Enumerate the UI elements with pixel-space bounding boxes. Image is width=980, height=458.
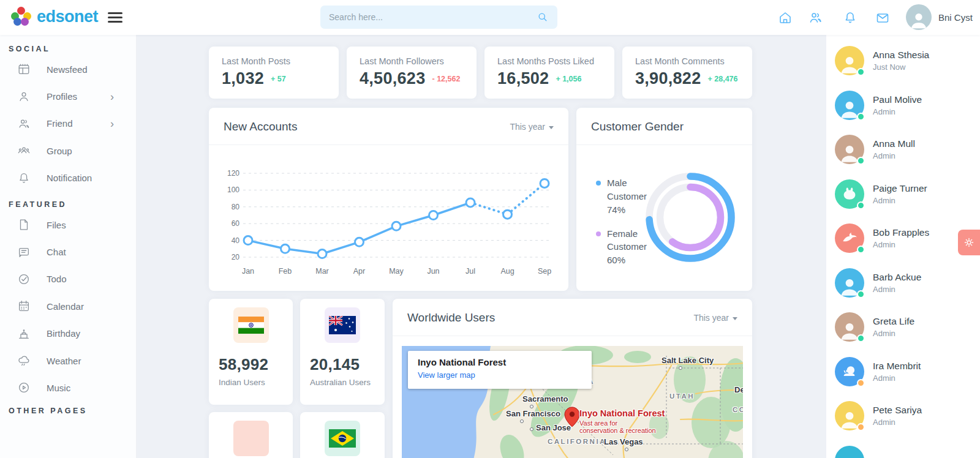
home-icon[interactable] <box>778 10 793 25</box>
contact-row-greta-life[interactable]: Greta Life Admin <box>826 305 980 350</box>
map-label-utah: UTAH <box>669 392 695 400</box>
map-marker-pin[interactable] <box>564 407 580 427</box>
map-city-dot <box>679 366 682 370</box>
cake-icon <box>17 327 31 340</box>
map-city-dot <box>530 427 533 431</box>
year-filter-dropdown[interactable]: This year <box>693 313 737 323</box>
search-input[interactable] <box>329 12 537 22</box>
contact-row-paige-turner[interactable]: Paige Turner Admin <box>826 172 980 217</box>
sidebar-item-music[interactable]: Music <box>0 374 136 401</box>
sidebar-item-chat[interactable]: Chat <box>0 238 136 265</box>
svg-text:Jul: Jul <box>466 267 475 276</box>
notifications-icon[interactable] <box>843 10 858 25</box>
contact-avatar <box>835 223 864 253</box>
menu-toggle-icon[interactable] <box>108 12 123 25</box>
svg-text:Sep: Sep <box>538 267 551 276</box>
contact-row-ira-membrit[interactable]: Ira Membrit Admin <box>826 350 980 394</box>
sidebar-item-label: Birthday <box>47 328 80 339</box>
contact-name: Ira Membrit <box>873 361 921 372</box>
contact-status: Admin <box>873 240 929 249</box>
contact-row-paul-molive[interactable]: Paul Molive Admin <box>826 83 980 128</box>
map-label-sacramento: Sacramento <box>522 394 568 404</box>
brazil-flag <box>329 429 356 448</box>
map-info-card: Inyo National Forest View larger map <box>408 351 592 389</box>
sidebar-item-group[interactable]: Group <box>0 137 136 164</box>
contact-row-anna-mull[interactable]: Anna Mull Admin <box>826 127 980 172</box>
svg-text:Apr: Apr <box>353 267 365 276</box>
stat-card-posts: Last Month Posts 1,032 + 57 <box>209 47 339 99</box>
status-dot <box>857 423 865 431</box>
cloud-lightning-icon <box>17 354 31 367</box>
sidebar-item-profiles[interactable]: Profiles › <box>0 83 136 110</box>
view-larger-map-link[interactable]: View larger map <box>418 370 475 380</box>
chevron-right-icon: › <box>110 118 114 129</box>
sidebar-item-birthday[interactable]: Birthday <box>0 320 136 347</box>
svg-text:Mar: Mar <box>315 267 329 276</box>
map-info-title: Inyo National Forest <box>418 357 582 367</box>
stat-value: 3,90,822 <box>635 69 701 88</box>
google-map[interactable]: Inyo National Forest View larger map Sal… <box>402 346 743 458</box>
calendar-icon <box>17 299 31 313</box>
svg-text:80: 80 <box>232 203 240 211</box>
section-heading-featured: FEATURED <box>9 200 136 209</box>
customer-gender-donut-chart <box>638 165 742 269</box>
contact-status: Admin <box>873 374 921 383</box>
status-dot <box>857 201 865 209</box>
user-avatar[interactable] <box>906 4 932 30</box>
search-icon[interactable] <box>537 11 549 23</box>
sidebar-item-weather[interactable]: Weather <box>0 347 136 374</box>
map-marker-subtitle-line2: conservation & recreation <box>579 427 656 434</box>
contact-row-partial[interactable] <box>826 438 980 458</box>
contact-avatar <box>835 268 864 298</box>
messages-icon[interactable] <box>875 10 890 25</box>
contact-row-anna-sthesia[interactable]: Anna Sthesia Just Now <box>826 39 980 83</box>
section-heading-social: SOCIAL <box>9 45 136 53</box>
sidebar-item-notification[interactable]: Notification <box>0 165 136 192</box>
card-title: Worldwide Users <box>407 311 495 325</box>
customer-gender-card: Customer Gender Male Customer 74% Female… <box>576 108 752 291</box>
sidebar-item-newsfeed[interactable]: Newsfeed <box>0 56 136 83</box>
sidebar-item-todo[interactable]: Todo <box>0 266 136 293</box>
stat-value: 4,50,623 <box>360 69 426 88</box>
contact-avatar <box>835 312 864 342</box>
country-value: 20,145 <box>310 355 385 374</box>
bird-avatar-icon <box>840 229 859 247</box>
status-dot <box>857 157 865 165</box>
sidebar-item-files[interactable]: Files <box>0 211 136 238</box>
contact-row-barb-ackue[interactable]: Barb Ackue Admin <box>826 261 980 306</box>
sidebar-item-label: Music <box>47 383 70 393</box>
group-icon <box>17 144 31 157</box>
contact-row-bob-frapples[interactable]: Bob Frapples Admin <box>826 216 980 261</box>
friends-icon[interactable] <box>808 10 823 25</box>
svg-text:20: 20 <box>232 253 240 261</box>
male-legend-dot <box>596 181 601 186</box>
stat-label: Last Month Followers <box>360 56 464 66</box>
svg-text:Jan: Jan <box>242 267 254 276</box>
stat-label: Last Months Posts Liked <box>497 56 601 66</box>
brand-logo[interactable]: edsonet <box>11 7 98 26</box>
year-filter-dropdown[interactable]: This year <box>510 122 554 132</box>
contact-avatar <box>835 135 864 164</box>
top-navbar: edsonet Bni Cyst <box>0 0 980 35</box>
map-marker-title: Inyo National Forest <box>579 408 665 418</box>
search-bar <box>320 6 557 29</box>
newsfeed-icon <box>17 62 31 76</box>
new-accounts-card: New Accounts This year 20406080100120Jan… <box>209 108 568 291</box>
contacts-sidebar: Anna Sthesia Just Now Paul Molive Admin … <box>826 35 980 458</box>
flag-tile <box>325 307 360 343</box>
settings-gear-button[interactable] <box>958 230 980 255</box>
sidebar-item-calendar[interactable]: Calendar <box>0 293 136 320</box>
contact-name: Bob Frapples <box>873 227 929 238</box>
sidebar-item-friend[interactable]: Friend › <box>0 110 136 137</box>
india-flag <box>238 317 264 334</box>
sidebar-item-label: Group <box>47 146 72 156</box>
worldwide-users-card: Worldwide Users This year <box>393 299 752 458</box>
caret-down-icon <box>733 317 737 320</box>
map-city-dot <box>625 448 628 451</box>
country-card-partial <box>209 412 293 458</box>
contact-status: Just Now <box>873 62 929 72</box>
svg-text:Feb: Feb <box>279 267 292 276</box>
contact-avatar <box>835 91 864 120</box>
contact-row-pete-sariya[interactable]: Pete Sariya Admin <box>826 394 980 438</box>
sidebar-item-label: Todo <box>47 274 67 284</box>
